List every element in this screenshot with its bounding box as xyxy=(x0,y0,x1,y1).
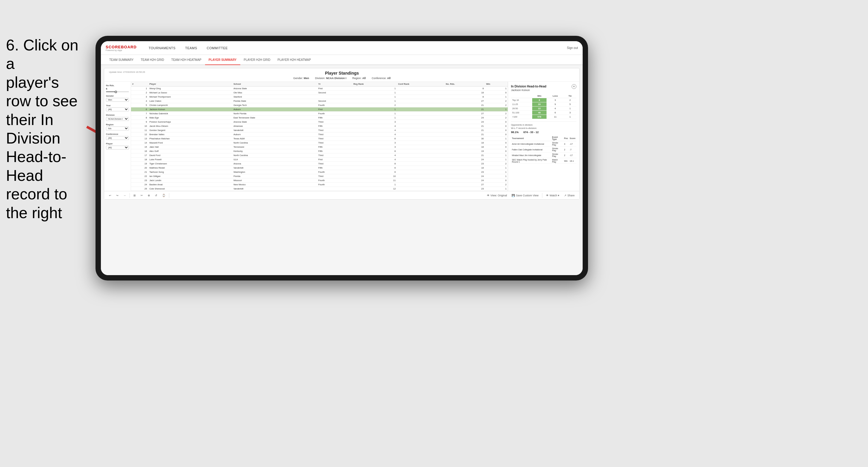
toolbar-redo[interactable]: ↪ xyxy=(115,193,120,197)
cell-conf xyxy=(397,153,445,158)
tab-team-summary[interactable]: TEAM SUMMARY xyxy=(106,55,137,65)
table-row[interactable]: 20 Matthew Riedel Vanderbilt Fifth 6 18 … xyxy=(131,166,508,170)
h2h-opponents-label: Opponents in division: xyxy=(511,124,577,126)
table-row[interactable]: 25 Cole Sherwood Vanderbilt 12 23 1 xyxy=(131,187,508,191)
table-row[interactable]: 3 Michael Thorbjornsen Stanford 1 8 1 xyxy=(131,95,508,99)
table-row[interactable]: 2 Michael La Sasso Ole Miss Second 1 18 … xyxy=(131,91,508,95)
table-row[interactable]: 23 Jack Lundin Missouri Fourth 11 24 0 xyxy=(131,179,508,183)
cell-reg: 1 xyxy=(352,112,397,116)
cell-rds: 18 xyxy=(445,141,485,145)
year-section: Year (All) xyxy=(106,104,129,111)
cell-num: 20 xyxy=(131,166,148,170)
h2h-title: In Division Head-to-Head xyxy=(511,85,546,88)
nav-teams[interactable]: TEAMS xyxy=(180,41,202,55)
tab-team-h2h-grid[interactable]: TEAM H2H GRID xyxy=(137,55,168,65)
toolbar-forward[interactable]: → xyxy=(122,193,127,197)
watch-btn[interactable]: 👁 Watch ▾ xyxy=(545,193,561,197)
toolbar-add[interactable]: ⊕ xyxy=(147,193,151,197)
cell-conf xyxy=(397,174,445,179)
main-content: Update time: 27/03/2024 16:56:26 Player … xyxy=(101,65,583,275)
share-btn[interactable]: ↗ Share xyxy=(563,193,576,197)
cell-win: 1 xyxy=(485,87,508,91)
year-select[interactable]: (All) xyxy=(106,107,129,111)
cell-conf xyxy=(397,107,445,112)
division-select[interactable]: NCAA Division I xyxy=(106,117,129,121)
toolbar-refresh[interactable]: ↺ xyxy=(154,193,158,197)
table-row[interactable]: 12 Brendan Valles Auburn Third 4 21 0 xyxy=(131,132,508,137)
cell-num: 24 xyxy=(131,183,148,187)
cell-yr: Fourth xyxy=(317,103,352,107)
cell-conf xyxy=(397,170,445,174)
table-row[interactable]: 6 Jackson Koivun Auburn First 1 21 1 xyxy=(131,107,508,112)
table-row[interactable]: 17 David Ford North Carolina Third 4 21 … xyxy=(131,153,508,158)
view-original-btn[interactable]: 👁 View: Original xyxy=(486,193,508,197)
table-row[interactable]: 18 Luke Powell ULA First 4 24 1 xyxy=(131,158,508,162)
cell-name: Jacob Mou-Olesen xyxy=(148,124,232,128)
h2h-close-button[interactable]: ✕ xyxy=(571,84,577,89)
cell-num: 9 xyxy=(131,120,148,124)
cell-name: Ian Gilligan xyxy=(148,174,232,179)
nav-committee[interactable]: COMMITTEE xyxy=(202,41,233,55)
toolbar-undo[interactable]: ↩ xyxy=(108,193,113,197)
cell-name: Jack Lundin xyxy=(148,179,232,183)
tournament-col-pos: Pos xyxy=(563,135,569,141)
cell-reg: 12 xyxy=(352,187,397,191)
cell-rds: 18 xyxy=(445,145,485,149)
conference-select[interactable]: (All) xyxy=(106,136,129,140)
table-row[interactable]: 5 Christo Lamprecht Georgia Tech Fourth … xyxy=(131,103,508,107)
table-row[interactable]: 7 Nicholas Gabrelcik North Florida Fourt… xyxy=(131,112,508,116)
table-row[interactable]: 8 Mats Ege East Tennessee State Fifth 1 … xyxy=(131,116,508,120)
table-row[interactable]: 16 Alex Goff Kentucky Fifth 8 19 0 xyxy=(131,149,508,153)
toolbar-cut[interactable]: ✂ xyxy=(140,193,144,197)
table-row[interactable]: 13 Phachakun Malchan Texas A&M Third 6 3… xyxy=(131,137,508,141)
nav-tournaments[interactable]: TOURNAMENTS xyxy=(144,41,180,55)
toolbar-clock[interactable]: ⌚ xyxy=(161,193,166,197)
cell-num: 10 xyxy=(131,124,148,128)
save-custom-btn[interactable]: 💾 Save Custom View xyxy=(510,193,540,197)
table-row[interactable]: 22 Ian Gilligan Florida Third 10 24 1 xyxy=(131,174,508,179)
cell-school: Vanderbilt xyxy=(232,166,317,170)
cell-win: 0 xyxy=(485,124,508,128)
sign-out-link[interactable]: Sign out xyxy=(567,46,578,50)
toolbar-grid[interactable]: ⊞ xyxy=(132,193,137,197)
cell-name: Bastien Amat xyxy=(148,183,232,187)
h2h-row-loss: 4 xyxy=(547,106,563,111)
tab-player-h2h-heatmap[interactable]: PLAYER H2H HEATMAP xyxy=(274,55,315,65)
table-row[interactable]: 24 Bastien Amat New Mexico Fourth 1 27 2 xyxy=(131,183,508,187)
tab-player-h2h-grid[interactable]: PLAYER H2H GRID xyxy=(240,55,274,65)
table-row[interactable]: 1 Wenyi Ding Arizona State First 1 8 1 xyxy=(131,87,508,91)
region-section: Region N/a xyxy=(106,123,129,130)
player-select[interactable]: (All) xyxy=(106,146,129,150)
table-row[interactable]: 9 Preston Summerhays Arizona State Third… xyxy=(131,120,508,124)
table-row[interactable]: 10 Jacob Mou-Olesen Arkansas Fifth 4 21 … xyxy=(131,124,508,128)
tab-player-summary[interactable]: PLAYER SUMMARY xyxy=(205,55,240,65)
gender-select[interactable]: Men xyxy=(106,98,129,102)
cell-reg: 1 xyxy=(352,95,397,99)
cell-num: 23 xyxy=(131,179,148,183)
table-row[interactable]: 4 Luke Claton Florida State Second 1 27 … xyxy=(131,99,508,103)
table-row[interactable]: 21 Taehoon Song Washington Fourth 6 23 1 xyxy=(131,170,508,174)
tab-team-h2h-heatmap[interactable]: TEAM H2H HEATMAP xyxy=(168,55,205,65)
h2h-row: >100 578 11 1 xyxy=(511,115,577,119)
table-row[interactable]: 14 Maxwell Ford North Carolina Third 3 1… xyxy=(131,141,508,145)
slider-track[interactable] xyxy=(106,91,129,92)
h2h-row: Top 10 8 3 2 xyxy=(511,98,577,102)
cell-win: 2 xyxy=(485,112,508,116)
nav-right: Sign out xyxy=(567,46,578,50)
cell-reg: 4 xyxy=(352,124,397,128)
cell-win: 0 xyxy=(485,149,508,153)
table-row[interactable]: 15 Jake Hall Tennessee Fifth 3 18 0 xyxy=(131,145,508,149)
cell-yr: Third xyxy=(317,120,352,124)
tablet-frame: SCOREBOARD Powered by clippi TOURNAMENTS… xyxy=(95,36,588,280)
cell-yr: Third xyxy=(317,174,352,179)
table-row[interactable]: 11 Gordon Sargent Vanderbilt Third 4 21 … xyxy=(131,128,508,132)
region-select[interactable]: N/a xyxy=(106,127,129,130)
instruction-text: 6. Click on a player's row to see their … xyxy=(0,36,87,222)
cell-reg: 1 xyxy=(352,87,397,91)
table-row[interactable]: 19 Tiger Christensen Arizona Third 8 23 … xyxy=(131,162,508,166)
cell-yr: Third xyxy=(317,137,352,141)
cell-win: 0 xyxy=(485,128,508,132)
cell-reg: 10 xyxy=(352,174,397,179)
cell-name: Michael La Sasso xyxy=(148,91,232,95)
h2h-row-tie: 1 xyxy=(564,115,577,119)
